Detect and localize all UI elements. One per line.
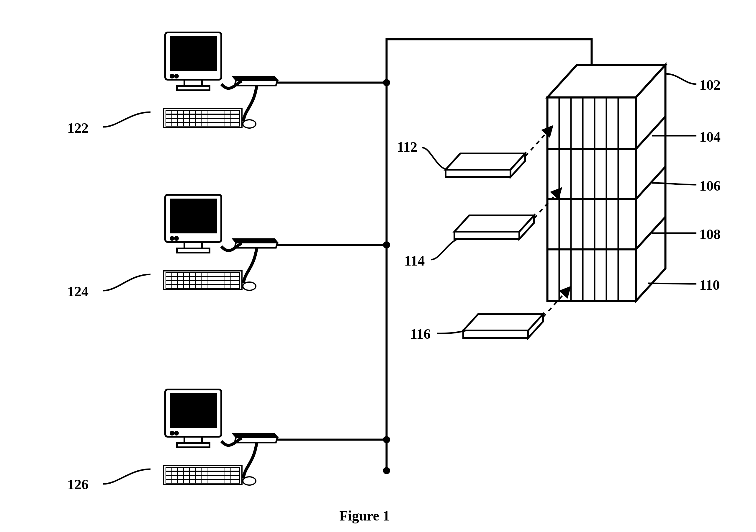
- label-108: 108: [699, 226, 720, 242]
- svg-point-86: [175, 237, 178, 240]
- svg-rect-84: [177, 249, 209, 253]
- workstation-124: [164, 195, 277, 290]
- keyboard-icon: [164, 271, 242, 290]
- label-104: 104: [699, 129, 720, 145]
- svg-point-7: [383, 241, 390, 249]
- monitor-icon: [165, 33, 221, 90]
- svg-rect-59: [177, 86, 209, 90]
- svg-rect-68: [166, 123, 240, 126]
- server-rack: [547, 65, 665, 301]
- svg-rect-58: [184, 80, 202, 86]
- svg-rect-66: [166, 115, 240, 118]
- svg-rect-57: [171, 37, 216, 70]
- svg-point-61: [175, 75, 178, 78]
- svg-rect-65: [166, 110, 240, 114]
- label-112: 112: [397, 139, 417, 155]
- svg-rect-83: [184, 242, 202, 249]
- card-114: [454, 215, 534, 239]
- svg-point-130: [243, 477, 256, 485]
- keyboard-icon: [164, 109, 242, 127]
- label-126: 126: [67, 476, 89, 492]
- diagram-svg: [0, 0, 756, 532]
- leaders-left: [103, 112, 150, 484]
- svg-point-80: [243, 120, 256, 128]
- svg-marker-51: [463, 331, 528, 338]
- svg-rect-116: [166, 471, 240, 475]
- card-112: [446, 153, 525, 177]
- svg-rect-90: [166, 273, 240, 276]
- label-116: 116: [410, 326, 431, 342]
- svg-point-85: [171, 237, 174, 240]
- svg-point-9: [383, 467, 390, 474]
- figure-1-diagram: 102 104 106 108 110 112 114 116 122 124 …: [0, 0, 756, 532]
- svg-rect-108: [184, 437, 202, 443]
- blade-cards: [446, 153, 543, 338]
- svg-rect-118: [166, 480, 240, 483]
- svg-rect-107: [171, 394, 216, 427]
- label-124: 124: [67, 283, 89, 300]
- label-110: 110: [699, 277, 720, 293]
- figure-caption: Figure 1: [339, 508, 390, 524]
- svg-rect-91: [166, 277, 240, 280]
- svg-rect-67: [166, 119, 240, 122]
- svg-marker-45: [446, 170, 510, 177]
- network-bus: [271, 39, 592, 471]
- label-106: 106: [699, 178, 720, 194]
- svg-rect-109: [177, 443, 209, 447]
- keyboard-icon: [164, 466, 242, 485]
- workstation-126: [164, 389, 277, 485]
- svg-point-111: [175, 432, 178, 435]
- svg-rect-115: [166, 467, 240, 471]
- svg-rect-93: [166, 285, 240, 289]
- mouse-icon: [243, 120, 256, 128]
- svg-point-110: [171, 432, 174, 435]
- svg-marker-48: [454, 232, 519, 239]
- svg-point-8: [383, 436, 390, 443]
- workstation-122: [164, 33, 277, 128]
- label-122: 122: [67, 120, 89, 136]
- label-102: 102: [699, 77, 720, 93]
- mouse-icon: [243, 477, 256, 485]
- mouse-icon: [243, 282, 256, 290]
- monitor-icon: [165, 195, 221, 253]
- svg-point-60: [171, 75, 174, 78]
- svg-point-6: [383, 79, 390, 86]
- card-116: [463, 314, 543, 338]
- svg-rect-82: [171, 200, 216, 232]
- svg-point-105: [243, 282, 256, 290]
- label-114: 114: [404, 253, 425, 269]
- svg-rect-117: [166, 476, 240, 479]
- monitor-icon: [165, 389, 221, 447]
- svg-rect-92: [166, 281, 240, 284]
